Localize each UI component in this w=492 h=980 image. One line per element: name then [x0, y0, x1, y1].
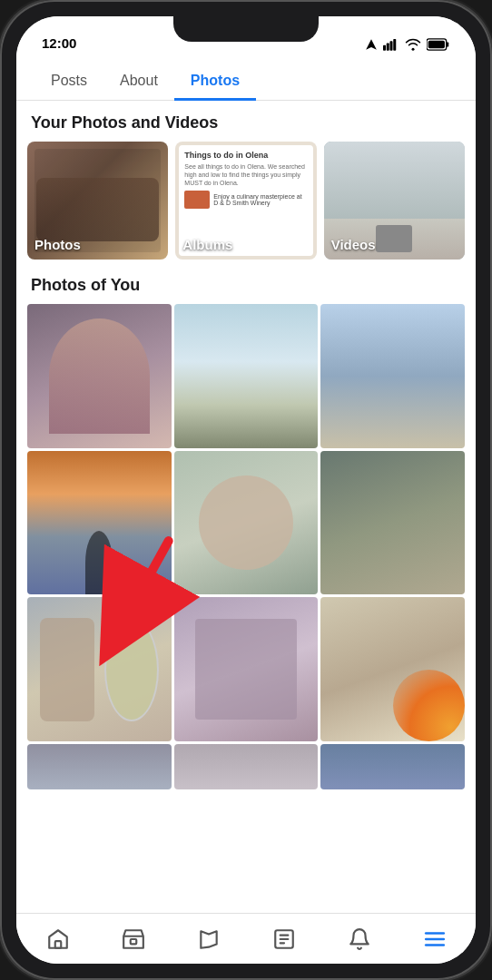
- phone-frame: 12:00: [0, 0, 492, 980]
- main-content: Posts About Photos Your Photos and Video…: [16, 56, 476, 913]
- svg-rect-6: [428, 41, 445, 49]
- nav-bell[interactable]: [337, 922, 382, 956]
- grid-photo-6[interactable]: [320, 451, 465, 595]
- notch: [173, 16, 319, 42]
- menu-icon: [423, 927, 447, 951]
- svg-rect-3: [393, 39, 396, 51]
- partial-photo-row: [16, 744, 476, 789]
- tabs-container: Posts About Photos: [16, 56, 476, 101]
- news-icon: [272, 927, 296, 951]
- grid-photo-1[interactable]: [27, 304, 172, 448]
- partial-photo-1[interactable]: [27, 744, 172, 789]
- svg-rect-1: [387, 44, 389, 51]
- nav-flag[interactable]: [186, 922, 231, 956]
- photos-grid: [16, 304, 476, 741]
- status-icons: [365, 38, 450, 51]
- location-icon: [365, 38, 378, 51]
- bell-icon: [348, 927, 371, 951]
- partial-photo-3[interactable]: [320, 744, 465, 789]
- status-time: 12:00: [42, 35, 76, 51]
- nav-menu[interactable]: [412, 922, 458, 956]
- grid-photo-3[interactable]: [320, 304, 465, 448]
- wifi-icon: [405, 38, 421, 51]
- signal-icon: [383, 38, 399, 51]
- tab-about[interactable]: About: [103, 65, 174, 101]
- tab-photos[interactable]: Photos: [174, 65, 256, 101]
- photos-of-you-title: Photos of You: [16, 263, 476, 304]
- store-icon: [122, 927, 145, 951]
- svg-rect-2: [390, 41, 393, 51]
- grid-photo-8[interactable]: [174, 597, 319, 741]
- photo-cat-albums[interactable]: Things to do in Olena See all things to …: [175, 142, 316, 260]
- grid-photo-9[interactable]: [320, 597, 465, 741]
- photo-cat-albums-label: Albums: [182, 237, 232, 252]
- photo-cat-videos[interactable]: Videos: [324, 142, 465, 260]
- photo-categories: Photos Things to do in Olena See all thi…: [16, 142, 476, 260]
- your-photos-title: Your Photos and Videos: [16, 101, 476, 142]
- grid-photo-5[interactable]: [174, 451, 319, 595]
- phone-screen: 12:00: [16, 16, 476, 964]
- nav-news[interactable]: [261, 922, 307, 956]
- grid-photo-4[interactable]: [27, 451, 172, 595]
- nav-store[interactable]: [111, 922, 156, 956]
- battery-icon: [427, 38, 450, 51]
- tab-posts[interactable]: Posts: [34, 65, 103, 101]
- svg-rect-9: [54, 941, 61, 948]
- nav-home[interactable]: [35, 922, 81, 956]
- grid-photo-2[interactable]: [174, 304, 319, 448]
- flag-icon: [197, 927, 221, 951]
- grid-photo-7[interactable]: [27, 597, 172, 741]
- partial-photo-2[interactable]: [174, 744, 319, 789]
- photo-cat-photos-label: Photos: [34, 237, 81, 252]
- photos-of-you-grid-container: [16, 304, 476, 741]
- svg-rect-5: [447, 42, 449, 46]
- home-icon: [46, 927, 70, 951]
- photo-cat-videos-label: Videos: [331, 237, 376, 252]
- bottom-nav: [16, 913, 476, 964]
- svg-rect-0: [383, 45, 386, 51]
- photo-cat-photos[interactable]: Photos: [27, 142, 168, 260]
- svg-rect-10: [130, 939, 136, 944]
